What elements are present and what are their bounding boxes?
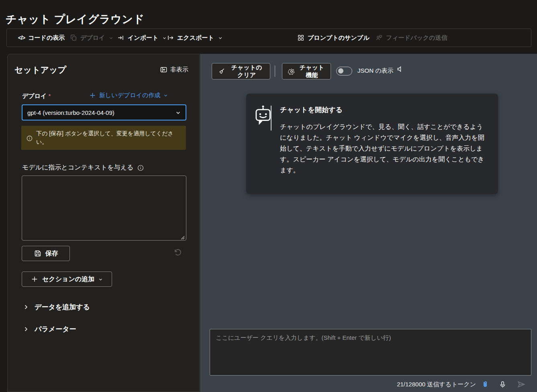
deployment-field-label: デプロイ* — [22, 92, 51, 100]
feedback-icon — [376, 34, 383, 41]
token-counter: 21/128000 送信するトークン — [397, 381, 476, 388]
intro-title: チャットを開始する — [280, 105, 343, 114]
prompt-samples-button[interactable]: プロンプトのサンプル — [297, 29, 370, 47]
speaker-icon — [396, 65, 404, 73]
add-data-label: データを追加する — [35, 302, 90, 312]
warning-banner: 下の [保存] ボタンを選択して、変更を適用してください。 — [21, 126, 186, 150]
command-bar: </> コードの表示 デプロイ インポート エクスポート — [6, 29, 531, 47]
chevron-right-icon — [23, 326, 29, 332]
export-button[interactable]: エクスポート — [167, 29, 223, 47]
export-icon — [167, 34, 174, 41]
broom-icon — [218, 67, 225, 75]
paperclip-icon — [482, 381, 489, 388]
warning-text: 下の [保存] ボタンを選択して、変更を適用してください。 — [36, 129, 182, 146]
chevron-right-icon — [23, 304, 29, 310]
send-icon — [517, 380, 526, 389]
setup-title: セットアップ — [14, 64, 66, 76]
send-feedback-label: フィードバックの送信 — [386, 34, 447, 42]
deployment-select-value: gpt-4 (version:turbo-2024-04-09) — [27, 109, 176, 116]
chat-intro-card: チャットを開始する チャットのプレイグラウンドで、見る、聞く、話すことができるよ… — [246, 94, 498, 194]
code-icon: </> — [18, 35, 25, 41]
chevron-down-icon — [162, 36, 167, 40]
export-label: エクスポート — [177, 34, 214, 42]
chevron-down-icon — [98, 277, 103, 282]
required-asterisk: * — [48, 92, 51, 99]
prompt-samples-icon — [297, 34, 304, 41]
mic-button[interactable] — [499, 381, 506, 388]
undo-button[interactable] — [173, 247, 182, 257]
deploy-label: デプロイ — [80, 34, 105, 42]
mic-icon — [499, 381, 506, 388]
clear-chat-label: チャットのクリア — [229, 64, 264, 79]
create-deployment-link[interactable]: 新しいデプロイの作成 — [89, 92, 168, 99]
import-button[interactable]: インポート — [117, 29, 167, 47]
toggle-knob — [338, 68, 343, 74]
prompt-samples-label: プロンプトのサンプル — [308, 34, 370, 42]
deploy-icon — [70, 34, 77, 41]
add-section-button[interactable]: セクションの追加 — [22, 272, 112, 287]
intro-body: チャットのプレイグラウンドで、見る、聞く、話すことができるようになりました。チャ… — [280, 121, 486, 176]
attach-button[interactable] — [482, 381, 489, 388]
info-icon — [26, 130, 33, 146]
send-button[interactable] — [517, 380, 526, 389]
undo-icon — [173, 247, 182, 257]
user-query-input[interactable] — [210, 329, 531, 376]
save-icon — [34, 249, 42, 257]
info-icon — [137, 164, 144, 172]
create-deployment-label: 新しいデプロイの作成 — [99, 92, 160, 99]
add-section-label: セクションの追加 — [42, 275, 94, 284]
deployment-label-text: デプロイ — [22, 92, 47, 99]
gear-icon — [288, 68, 295, 75]
add-data-section-toggle[interactable]: データを追加する — [23, 302, 90, 312]
view-code-label: コードの表示 — [28, 34, 65, 42]
plus-icon — [89, 92, 96, 99]
json-view-toggle[interactable] — [336, 67, 352, 76]
chat-area: チャットのクリア チャット機能 JSON の表示 — [200, 54, 537, 392]
page-title: チャット プレイグラウンド — [6, 12, 145, 27]
instructions-textarea[interactable] — [22, 176, 186, 241]
import-icon — [117, 34, 125, 41]
parameters-section-toggle[interactable]: パラメーター — [23, 325, 76, 334]
send-feedback-button[interactable]: フィードバックの送信 — [376, 29, 447, 47]
collapse-left-icon — [160, 66, 167, 74]
chevron-down-icon — [109, 36, 113, 40]
clear-chat-button[interactable]: チャットのクリア — [212, 63, 270, 80]
view-code-button[interactable]: </> コードの表示 — [18, 29, 65, 47]
chevron-down-icon — [163, 93, 168, 98]
instructions-label: モデルに指示とコンテキストを与える — [22, 163, 144, 172]
chevron-down-icon — [218, 36, 223, 40]
save-label: 保存 — [45, 249, 58, 258]
hide-panel-button[interactable]: 非表示 — [160, 66, 188, 74]
deploy-button[interactable]: デプロイ — [70, 29, 113, 47]
bot-icon — [255, 104, 272, 129]
chevron-down-icon — [176, 110, 181, 115]
speaker-button[interactable] — [396, 65, 404, 74]
deployment-select[interactable]: gpt-4 (version:turbo-2024-04-09) — [22, 104, 186, 120]
instructions-label-text: モデルに指示とコンテキストを与える — [22, 163, 133, 172]
hide-panel-label: 非表示 — [170, 66, 188, 74]
json-view-label: JSON の表示 — [357, 67, 394, 75]
chat-features-label: チャット機能 — [299, 64, 325, 79]
chat-features-button[interactable]: チャット機能 — [282, 63, 331, 80]
intro-divider — [271, 106, 272, 131]
import-label: インポート — [128, 34, 158, 42]
plus-icon — [31, 276, 38, 283]
token-row: 21/128000 送信するトークン — [200, 378, 531, 390]
toolbar-divider — [275, 65, 275, 77]
parameters-label: パラメーター — [35, 325, 76, 334]
save-button[interactable]: 保存 — [22, 246, 70, 261]
